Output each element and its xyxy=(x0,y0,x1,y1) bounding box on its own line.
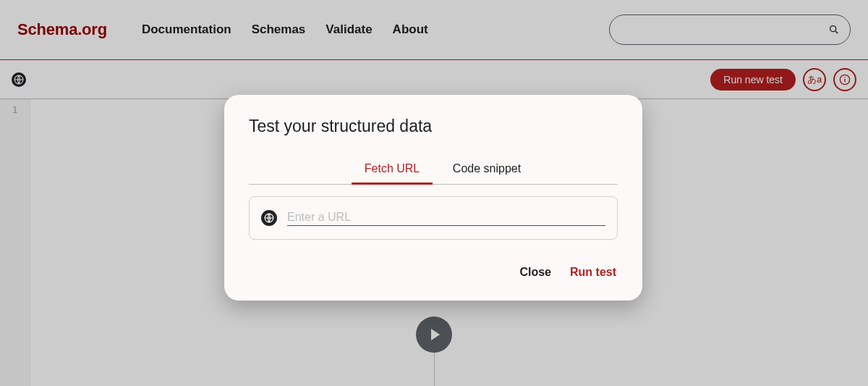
globe-icon xyxy=(261,210,277,226)
url-input[interactable] xyxy=(287,211,605,226)
tab-fetch-url[interactable]: Fetch URL xyxy=(352,155,433,185)
modal-title: Test your structured data xyxy=(249,117,618,136)
test-modal: Test your structured data Fetch URL Code… xyxy=(224,95,642,301)
tab-code-snippet[interactable]: Code snippet xyxy=(433,155,541,184)
close-button[interactable]: Close xyxy=(518,263,553,282)
run-test-button[interactable]: Run test xyxy=(569,263,618,282)
modal-tabs: Fetch URL Code snippet xyxy=(249,155,618,185)
url-input-container xyxy=(249,196,618,240)
modal-actions: Close Run test xyxy=(249,263,618,282)
